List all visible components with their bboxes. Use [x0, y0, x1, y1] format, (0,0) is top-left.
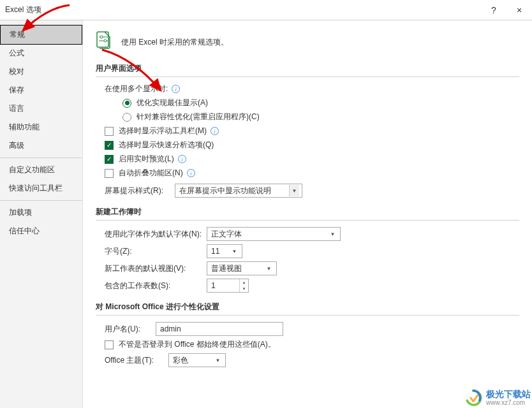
radio-compat-label: 针对兼容性优化(需重启应用程序)(C): [137, 112, 260, 122]
default-font-label: 使用此字体作为默认字体(N):: [105, 229, 207, 240]
checkbox-auto-collapse[interactable]: [105, 169, 114, 178]
info-icon[interactable]: i: [211, 127, 219, 135]
sidebar-item-9[interactable]: 快速访问工具栏: [0, 179, 82, 198]
screentip-style-dropdown[interactable]: 在屏幕提示中显示功能说明 ▼: [175, 184, 302, 198]
info-icon[interactable]: i: [178, 155, 186, 163]
info-icon[interactable]: i: [187, 169, 195, 177]
info-icon[interactable]: i: [172, 85, 180, 93]
chevron-down-icon: ▼: [263, 263, 274, 274]
default-view-dropdown[interactable]: 普通视图 ▼: [207, 261, 277, 275]
sidebar-item-8[interactable]: 自定义功能区: [0, 161, 82, 179]
checkbox-mini-toolbar[interactable]: [105, 127, 114, 136]
sidebar-item-1[interactable]: 公式: [0, 44, 82, 62]
close-button[interactable]: ×: [506, 0, 532, 20]
sidebar-item-4[interactable]: 语言: [0, 99, 82, 118]
sidebar: 常规公式校对保存语言辅助功能高级自定义功能区快速访问工具栏加载项信任中心: [0, 20, 83, 408]
checkbox-live-preview-label: 启用实时预览(L): [119, 154, 174, 164]
username-label: 用户名(U):: [105, 324, 156, 335]
sidebar-separator: [0, 200, 82, 201]
sidebar-item-2[interactable]: 校对: [0, 62, 82, 81]
checkbox-always-use-values-label: 不管是否登录到 Office 都始终使用这些值(A)。: [119, 339, 276, 350]
office-theme-label: Office 主题(T):: [105, 355, 168, 366]
checkbox-mini-toolbar-label: 选择时显示浮动工具栏(M): [119, 126, 207, 136]
sheet-count-spinner[interactable]: 1 ▲▼: [207, 279, 249, 293]
default-view-label: 新工作表的默认视图(V):: [105, 263, 207, 274]
office-theme-dropdown[interactable]: 彩色 ▼: [168, 353, 226, 367]
options-header-icon: [96, 31, 114, 54]
header-text: 使用 Excel 时采用的常规选项。: [121, 37, 228, 48]
font-size-label: 字号(Z):: [105, 246, 207, 257]
checkbox-quick-analysis-label: 选择时显示快速分析选项(Q): [119, 140, 214, 150]
spinner-buttons[interactable]: ▲▼: [239, 279, 248, 292]
window-title: Excel 选项: [5, 4, 41, 15]
watermark: 极光下载站 www.xz7.com: [464, 389, 531, 407]
checkbox-always-use-values[interactable]: [105, 340, 114, 349]
watermark-url: www.xz7.com: [486, 399, 531, 406]
default-font-dropdown[interactable]: 正文字体 ▼: [207, 227, 341, 241]
checkbox-quick-analysis[interactable]: [105, 141, 114, 150]
radio-best-display[interactable]: [122, 99, 131, 108]
sidebar-separator: [0, 157, 82, 158]
chevron-down-icon: ▼: [229, 245, 239, 257]
section-personalize: 对 Microsoft Office 进行个性化设置: [96, 302, 519, 312]
radio-best-display-label: 优化实现最佳显示(A): [137, 98, 208, 108]
section-new-workbook: 新建工作簿时: [96, 207, 519, 217]
screentip-style-label: 屏幕提示样式(R):: [105, 186, 175, 196]
chevron-down-icon: ▼: [289, 185, 299, 196]
sidebar-item-3[interactable]: 保存: [0, 81, 82, 99]
sidebar-item-0[interactable]: 常规: [0, 25, 82, 45]
watermark-name: 极光下载站: [486, 390, 531, 399]
radio-compat[interactable]: [122, 113, 131, 122]
watermark-logo-icon: [464, 389, 482, 407]
main-panel: 使用 Excel 时采用的常规选项。 用户界面选项 在使用多个显示时: i 优化…: [83, 20, 532, 408]
section-ui-options: 用户界面选项: [96, 63, 519, 74]
chevron-down-icon: ▼: [327, 228, 337, 240]
sidebar-item-5[interactable]: 辅助功能: [0, 118, 82, 136]
sidebar-item-11[interactable]: 加载项: [0, 203, 82, 222]
checkbox-live-preview[interactable]: [105, 155, 114, 164]
divider: [96, 76, 519, 77]
username-input[interactable]: admin: [156, 322, 283, 336]
sidebar-item-6[interactable]: 高级: [0, 136, 82, 155]
font-size-dropdown[interactable]: 11 ▼: [207, 244, 242, 258]
divider: [96, 220, 519, 221]
checkbox-auto-collapse-label: 自动折叠功能区(N): [119, 168, 183, 178]
chevron-down-icon: ▼: [212, 354, 223, 366]
sheet-count-label: 包含的工作表数(S):: [105, 280, 207, 291]
multi-display-label: 在使用多个显示时:: [105, 84, 168, 94]
sidebar-item-12[interactable]: 信任中心: [0, 222, 82, 240]
divider: [96, 315, 519, 316]
help-button[interactable]: ?: [481, 0, 506, 20]
